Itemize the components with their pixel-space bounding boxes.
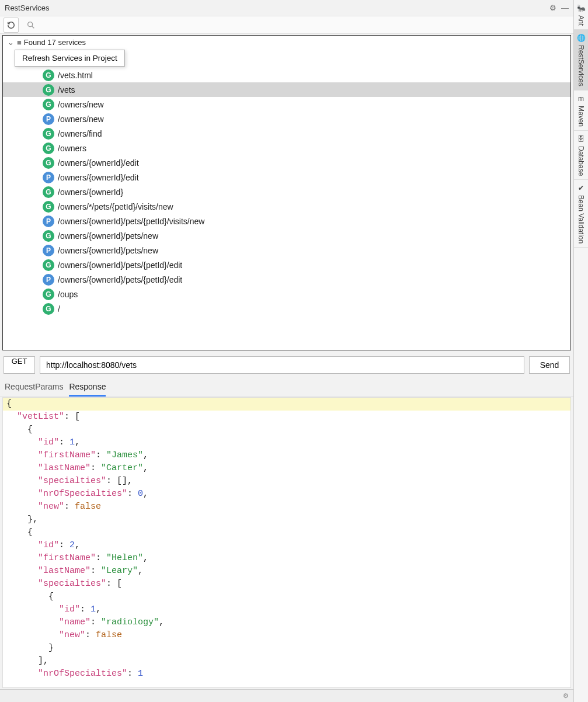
json-line: "name": "radiology",: [3, 616, 570, 629]
service-path: /owners/{ownerId}/pets/{petId}/visits/ne…: [58, 217, 204, 226]
json-line: "firstName": "James",: [3, 449, 570, 462]
minimize-icon[interactable]: —: [561, 4, 569, 12]
http-get-icon: G: [43, 186, 54, 198]
tab-requestparams[interactable]: RequestParams: [5, 380, 63, 397]
svg-line-1: [32, 26, 34, 28]
json-line: "nrOfSpecialties": 0,: [3, 488, 570, 501]
http-post-icon: P: [43, 245, 54, 256]
sidebar-tab-label: Database: [577, 146, 585, 176]
send-button[interactable]: Send: [529, 356, 570, 374]
context-menu-item[interactable]: Refresh Services in Project: [15, 50, 125, 67]
service-path: /owners/{ownerId}/pets/{petId}/edit: [58, 260, 182, 270]
service-row[interactable]: G/vets.html: [3, 68, 570, 82]
service-row[interactable]: G/owners/new: [3, 97, 570, 112]
chevron-down-icon: ⌄: [8, 38, 15, 47]
json-line: {: [3, 398, 570, 411]
service-row[interactable]: P/owners/{ownerId}/edit: [3, 170, 570, 185]
http-get-icon: G: [43, 128, 54, 140]
gear-icon[interactable]: ⚙: [563, 692, 569, 700]
gear-icon[interactable]: ⚙: [549, 4, 556, 12]
http-get-icon: G: [43, 201, 54, 213]
database-icon: 🗄: [576, 134, 586, 144]
json-line: "nrOfSpecialties": 1: [3, 668, 570, 680]
service-row[interactable]: G/: [3, 301, 570, 316]
http-post-icon: P: [43, 216, 54, 227]
service-path: /owners: [58, 144, 86, 153]
http-get-icon: G: [43, 303, 54, 315]
service-row[interactable]: G/owners/{ownerId}: [3, 185, 570, 199]
service-row[interactable]: G/owners/{ownerId}/pets/new: [3, 228, 570, 243]
service-path: /owners/{ownerId}/pets/new: [58, 246, 158, 255]
search-icon[interactable]: [23, 18, 39, 33]
service-path: /: [58, 304, 60, 314]
ant-icon: 🐜: [576, 4, 586, 13]
service-path: /vets: [58, 85, 75, 95]
service-row[interactable]: G/vets: [3, 82, 570, 97]
sidebar-tab-label: RestServices: [577, 45, 585, 86]
json-line: "id": 1,: [3, 603, 570, 616]
sidebar-tab-label: Maven: [577, 106, 585, 127]
tab-response[interactable]: Response: [69, 380, 106, 397]
json-line: "specialties": [],: [3, 475, 570, 488]
sidebar-tab-restservices[interactable]: 🌐RestServices: [574, 30, 588, 91]
status-bar: ⚙: [0, 689, 573, 702]
json-line: },: [3, 513, 570, 526]
service-row[interactable]: P/owners/new: [3, 112, 570, 126]
service-path: /owners/{ownerId}/pets/new: [58, 231, 158, 241]
json-line: {: [3, 526, 570, 539]
service-path: /owners/new: [58, 114, 104, 124]
service-path: /owners/{ownerId}/edit: [58, 173, 139, 182]
json-line: "lastName": "Leary",: [3, 565, 570, 578]
http-get-icon: G: [43, 289, 54, 300]
service-path: /owners/{ownerId}/edit: [58, 158, 139, 168]
http-post-icon: P: [43, 113, 54, 125]
service-path: /owners/{ownerId}/pets/{petId}/edit: [58, 275, 182, 284]
service-row[interactable]: G/oups: [3, 287, 570, 301]
http-method-select[interactable]: GET: [4, 356, 35, 374]
tree-root-label: Found 17 services: [24, 38, 86, 47]
http-get-icon: G: [43, 99, 54, 110]
http-get-icon: G: [43, 157, 54, 169]
services-tree: ⌄ ■ Found 17 services Refresh Services i…: [2, 35, 571, 350]
json-line: "new": false: [3, 629, 570, 642]
right-tool-sidebar: 🐜Ant🌐RestServicesmMaven🗄Database✔Bean Va…: [573, 0, 588, 702]
service-row[interactable]: P/owners/{ownerId}/pets/{petId}/visits/n…: [3, 214, 570, 228]
json-line: }: [3, 642, 570, 655]
panel-title: RestServices: [5, 4, 50, 12]
sidebar-tab-maven[interactable]: mMaven: [574, 91, 588, 131]
service-path: /owners/*/pets/{petId}/visits/new: [58, 202, 173, 211]
service-row[interactable]: G/owners/*/pets/{petId}/visits/new: [3, 199, 570, 214]
json-line: {: [3, 590, 570, 603]
json-line: "firstName": "Helen",: [3, 552, 570, 565]
refresh-button[interactable]: [4, 18, 19, 33]
sidebar-tab-ant[interactable]: 🐜Ant: [574, 0, 588, 30]
service-row[interactable]: G/owners/{ownerId}/pets/{petId}/edit: [3, 258, 570, 272]
service-row[interactable]: P/owners/{ownerId}/pets/new: [3, 243, 570, 258]
service-path: /vets.html: [58, 71, 93, 80]
http-get-icon: G: [43, 84, 54, 96]
json-line: "new": false: [3, 501, 570, 513]
service-row[interactable]: G/owners/find: [3, 126, 570, 141]
http-post-icon: P: [43, 274, 54, 286]
json-line: {: [3, 423, 570, 436]
url-input[interactable]: [40, 356, 524, 374]
service-row[interactable]: P/owners/{ownerId}/pets/{petId}/edit: [3, 272, 570, 287]
folder-icon: ■: [17, 38, 22, 47]
http-get-icon: G: [43, 259, 54, 271]
sidebar-tab-label: Bean Validation: [577, 195, 585, 244]
service-path: /owners/find: [58, 129, 102, 138]
restservices-icon: 🌐: [576, 33, 586, 43]
tree-root[interactable]: ⌄ ■ Found 17 services: [3, 36, 570, 47]
http-get-icon: G: [43, 143, 54, 154]
sidebar-tab-label: Ant: [577, 15, 585, 26]
service-row[interactable]: G/owners/{ownerId}/edit: [3, 155, 570, 170]
sidebar-tab-database[interactable]: 🗄Database: [574, 131, 588, 180]
service-row[interactable]: G/owners: [3, 141, 570, 155]
json-line: ],: [3, 655, 570, 668]
service-path: /owners/{ownerId}: [58, 187, 123, 197]
service-path: /oups: [58, 290, 78, 299]
toolbar: [0, 16, 573, 34]
service-path: /owners/new: [58, 100, 104, 109]
sidebar-tab-bean-validation[interactable]: ✔Bean Validation: [574, 180, 588, 248]
response-body[interactable]: { "vetList": [ { "id": 1, "firstName": "…: [2, 397, 571, 688]
